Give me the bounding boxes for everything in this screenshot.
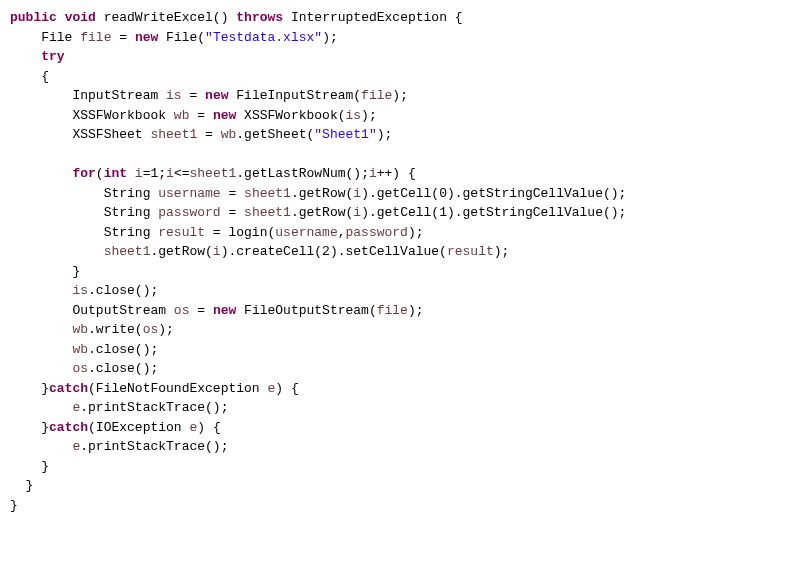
code-line: } — [10, 498, 18, 513]
code-line: InputStream is = new FileInputStream(fil… — [10, 88, 408, 103]
code-line: XSSFSheet sheet1 = wb.getSheet("Sheet1")… — [10, 127, 392, 142]
code-line: e.printStackTrace(); — [10, 400, 228, 415]
code-line: String password = sheet1.getRow(i).getCe… — [10, 205, 626, 220]
code-line: os.close(); — [10, 361, 158, 376]
code-line: OutputStream os = new FileOutputStream(f… — [10, 303, 424, 318]
code-line: } — [10, 264, 80, 279]
code-line: for(int i=1;i<=sheet1.getLastRowNum();i+… — [10, 166, 416, 181]
code-line: XSSFWorkbook wb = new XSSFWorkbook(is); — [10, 108, 377, 123]
code-line: e.printStackTrace(); — [10, 439, 228, 454]
code-line: public void readWriteExcel() throws Inte… — [10, 10, 463, 25]
code-line: }catch(IOException e) { — [10, 420, 221, 435]
code-line: sheet1.getRow(i).createCell(2).setCellVa… — [10, 244, 509, 259]
code-line: try — [10, 49, 65, 64]
code-line: String username = sheet1.getRow(i).getCe… — [10, 186, 626, 201]
code-line: is.close(); — [10, 283, 158, 298]
code-line: File file = new File("Testdata.xlsx"); — [10, 30, 338, 45]
code-line: wb.close(); — [10, 342, 158, 357]
code-line: { — [10, 69, 49, 84]
code-block: public void readWriteExcel() throws Inte… — [0, 0, 806, 523]
code-line: } — [10, 459, 49, 474]
code-line: wb.write(os); — [10, 322, 174, 337]
code-line: } — [10, 478, 33, 493]
code-line: String result = login(username,password)… — [10, 225, 424, 240]
code-line: }catch(FileNotFoundException e) { — [10, 381, 299, 396]
